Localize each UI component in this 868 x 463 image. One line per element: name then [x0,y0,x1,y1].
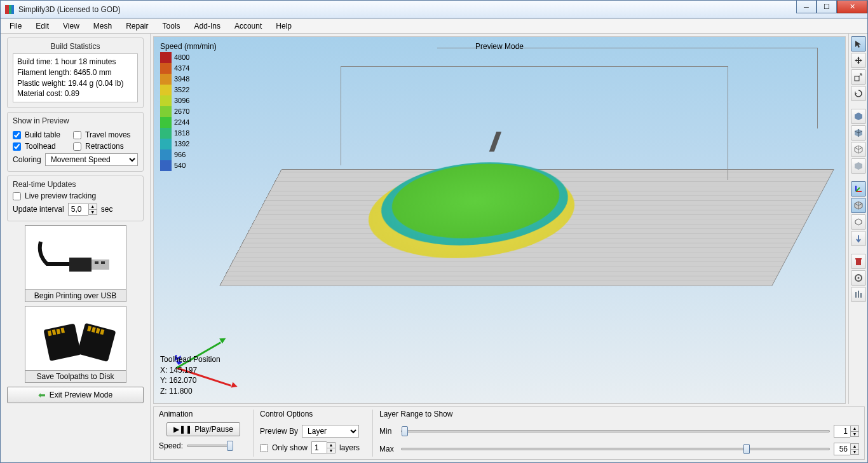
menubar: File Edit View Mesh Repair Tools Add-Ins… [1,18,867,34]
delete-tool[interactable] [851,254,866,269]
build-table-checkbox[interactable] [13,131,21,139]
legend-value: 1818 [174,128,189,139]
preview-viewport[interactable]: ↯ Speed (mm/min) 48004374394835223096267… [153,36,846,404]
usb-caption: Begin Printing over USB [25,289,126,301]
build-stats-group: Build Statistics Build time: 1 hour 18 m… [7,38,144,108]
menu-mesh[interactable]: Mesh [87,20,118,32]
view-wire-tool[interactable] [851,142,866,157]
view-solid-tool[interactable] [851,109,866,124]
min-slider[interactable] [401,430,830,432]
svg-rect-5 [95,261,98,264]
min-label: Min [379,427,397,436]
rotate-tool[interactable] [851,86,866,101]
svg-rect-2 [11,5,14,14]
update-interval-input[interactable] [68,203,88,216]
scale-tool[interactable] [851,69,866,85]
min-input[interactable] [834,425,850,438]
max-input[interactable] [834,443,850,455]
svg-rect-3 [69,258,92,272]
move-tool[interactable] [851,53,866,68]
exit-preview-label: Exit Preview Mode [50,390,112,399]
extrude-tool[interactable] [851,214,866,230]
legend-swatch [160,149,172,160]
only-show-checkbox[interactable] [260,444,268,452]
update-interval-label: Update interval [13,205,64,214]
only-show-unit: layers [339,443,360,452]
minimize-button[interactable]: ─ [796,1,817,13]
titlebar: Simplify3D (Licensed to GOD) ─ ☐ ✕ [1,1,867,18]
legend-swatch [160,106,172,117]
stat-cost: Material cost: 0.89 [17,88,133,99]
legend-value: 4374 [174,63,189,74]
axis-down-tool[interactable] [851,231,866,246]
preview-mode-label: Preview Mode [475,42,524,51]
exit-preview-button[interactable]: ⬅ Exit Preview Mode [7,387,144,403]
svg-rect-28 [860,293,862,298]
live-preview-checkbox[interactable] [13,192,21,200]
svg-rect-22 [856,259,861,265]
menu-tools[interactable]: Tools [156,20,187,32]
preview-by-select[interactable]: Layer [302,425,359,438]
max-slider[interactable] [401,448,830,450]
legend-swatch [160,85,172,95]
toolhead-checkbox[interactable] [13,142,21,151]
view-bottom-tool[interactable] [851,158,866,174]
legend-swatch [160,74,172,85]
legend-swatch [160,160,172,171]
menu-help[interactable]: Help [269,20,298,32]
speed-slider[interactable] [187,445,231,447]
play-pause-icon: ▶❚❚ [173,425,192,434]
maximize-button[interactable]: ☐ [817,1,837,13]
select-tool[interactable] [851,36,866,52]
show-in-preview-group: Show in Preview Build table Toolhead Tra… [7,112,144,172]
legend-value: 4800 [174,52,189,63]
max-spinner[interactable]: ▲▼ [834,443,859,455]
max-label: Max [379,445,397,453]
legend-swatch [160,117,172,128]
update-interval-unit: sec [101,205,113,214]
view-shaded-tool[interactable] [851,125,866,141]
stat-weight: Plastic weight: 19.44 g (0.04 lb) [17,78,133,89]
begin-printing-usb-button[interactable]: Begin Printing over USB [25,225,126,302]
play-pause-button[interactable]: ▶❚❚ Play/Pause [166,422,240,436]
svg-rect-27 [858,291,859,298]
build-stats-title: Build Statistics [13,42,138,51]
save-toolpaths-disk-button[interactable]: Save Toolpaths to Disk [25,306,126,383]
legend-value: 2244 [174,117,189,128]
toolhead-z: Z: 11.800 [160,386,220,397]
legend-swatch [160,128,172,139]
svg-rect-6 [101,261,105,264]
min-spinner[interactable]: ▲▼ [834,425,859,438]
legend-value: 540 [174,160,189,171]
travel-moves-checkbox[interactable] [73,131,81,139]
menu-file[interactable]: File [3,20,28,32]
support-tool[interactable] [851,287,866,302]
sdcard-icon [28,307,123,370]
svg-rect-1 [9,5,11,14]
menu-view[interactable]: View [57,20,86,32]
only-show-spinner[interactable]: ▲▼ [311,441,336,454]
bottom-panel: Animation ▶❚❚ Play/Pause Speed: Control … [153,406,865,460]
retractions-checkbox[interactable] [73,142,81,151]
update-interval-spinner[interactable]: ▲▼ [68,203,97,216]
axes-tool[interactable] [851,181,866,197]
box-view-tool[interactable] [851,198,866,213]
stat-build-time: Build time: 1 hour 18 minutes [17,57,133,67]
coloring-select[interactable]: Movement Speed [45,153,138,166]
menu-account[interactable]: Account [228,20,268,32]
play-pause-label: Play/Pause [194,425,233,434]
usb-icon [28,226,123,289]
realtime-title: Real-time Updates [13,180,138,189]
settings-tool[interactable] [851,270,866,286]
menu-edit[interactable]: Edit [29,20,55,32]
only-show-input[interactable] [311,441,327,454]
layer-range-title: Layer Range to Show [379,410,859,418]
travel-moves-label: Travel moves [85,130,131,139]
close-button[interactable]: ✕ [837,1,867,13]
legend-value: 3096 [174,95,189,106]
menu-repair[interactable]: Repair [119,20,154,32]
legend-value: 2670 [174,106,189,117]
menu-addins[interactable]: Add-Ins [188,20,227,32]
svg-rect-26 [855,292,857,298]
legend-value: 1392 [174,139,189,149]
